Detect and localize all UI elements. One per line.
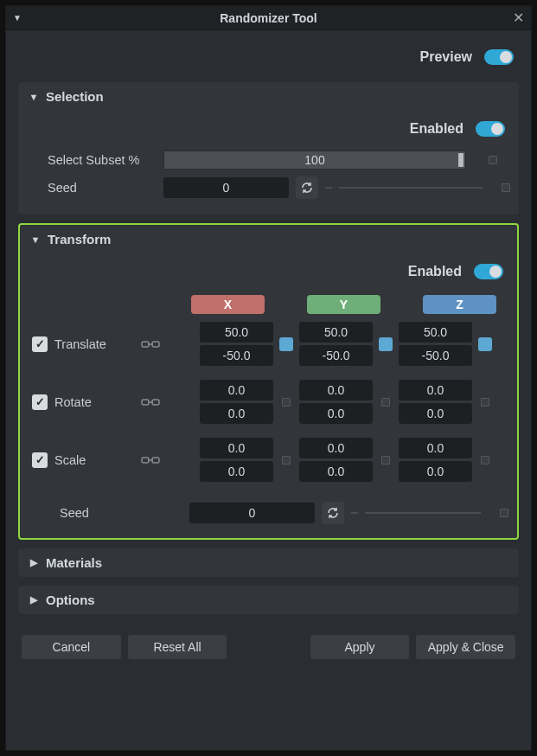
scale-x-on[interactable] (282, 456, 291, 464)
selection-enabled-label: Enabled (410, 121, 463, 137)
scale-row: ✓ Scale (29, 437, 508, 483)
apply-button[interactable]: Apply (310, 635, 410, 659)
section-options: ▶ Options (18, 586, 519, 614)
translate-y-on[interactable] (379, 337, 393, 351)
reset-all-button[interactable]: Reset All (128, 635, 227, 659)
selection-seed-slider[interactable] (339, 187, 483, 189)
selection-seed-row: Seed (27, 173, 510, 202)
rotate-y-lo[interactable] (299, 403, 373, 424)
rotate-checkbox[interactable]: ✓ (32, 394, 48, 410)
cancel-button[interactable]: Cancel (22, 635, 121, 659)
axis-y-chip: Y (307, 295, 380, 314)
translate-z-on[interactable] (478, 337, 492, 351)
rotate-link-icon[interactable] (137, 397, 163, 407)
section-selection-header[interactable]: ▼ Selection (18, 82, 519, 111)
selection-seed-input[interactable] (163, 177, 289, 198)
subset-slider[interactable]: 100 (163, 151, 466, 170)
translate-checkbox[interactable]: ✓ (32, 336, 48, 352)
svg-rect-0 (142, 342, 149, 347)
axis-header-row: X Y Z (191, 295, 508, 314)
rotate-y-hi[interactable] (299, 380, 373, 400)
subset-row: Select Subset % 100 (27, 147, 510, 173)
section-transform-title: Transform (48, 232, 111, 247)
reroll-icon[interactable] (296, 176, 318, 199)
svg-rect-7 (152, 458, 159, 463)
rotate-y-on[interactable] (381, 398, 390, 407)
chevron-down-icon: ▼ (30, 234, 41, 245)
section-options-header[interactable]: ▶ Options (18, 586, 519, 614)
preview-label: Preview (420, 49, 472, 65)
transform-enabled-row: Enabled (29, 259, 508, 290)
axis-x-chip: X (191, 295, 265, 314)
scale-y-lo[interactable] (299, 461, 373, 482)
selection-seed-animate-checkbox[interactable] (502, 183, 510, 192)
chevron-right-icon: ▶ (29, 557, 39, 568)
svg-rect-6 (142, 458, 149, 463)
rotate-x-lo[interactable] (200, 403, 273, 424)
translate-label: Translate (54, 337, 106, 351)
apply-close-button[interactable]: Apply & Close (416, 635, 515, 659)
subset-value: 100 (164, 151, 465, 169)
transform-seed-input[interactable] (189, 503, 315, 523)
scale-x-hi[interactable] (200, 438, 273, 458)
transform-reroll-icon[interactable] (322, 502, 344, 524)
selection-enabled-toggle[interactable] (476, 121, 505, 137)
scale-x-lo[interactable] (200, 461, 273, 482)
transform-enabled-toggle[interactable] (474, 264, 503, 279)
transform-seed-row: Seed (29, 495, 508, 526)
chevron-right-icon: ▶ (29, 594, 39, 605)
translate-y-hi[interactable] (299, 322, 373, 343)
translate-link-icon[interactable] (137, 339, 163, 349)
section-selection: ▼ Selection Enabled Select Subset % 100 (18, 82, 519, 215)
section-transform-header[interactable]: ▼ Transform (20, 225, 517, 253)
translate-x-hi[interactable] (200, 322, 273, 343)
close-icon[interactable]: ✕ (513, 10, 524, 26)
translate-x-lo[interactable] (200, 345, 273, 366)
scale-z-hi[interactable] (399, 438, 472, 458)
section-materials-header[interactable]: ▶ Materials (18, 548, 519, 577)
svg-rect-1 (152, 342, 159, 347)
rotate-z-hi[interactable] (399, 380, 472, 400)
subset-label: Select Subset % (27, 153, 157, 167)
rotate-row: ✓ Rotate (29, 379, 508, 425)
subset-animate-checkbox[interactable] (489, 156, 497, 164)
svg-rect-4 (152, 400, 159, 405)
window-body: Preview ▼ Selection Enabled Select Subse… (6, 30, 531, 750)
selection-enabled-row: Enabled (27, 116, 510, 147)
rotate-z-on[interactable] (481, 398, 489, 407)
axis-z-chip: Z (423, 295, 496, 314)
translate-z-hi[interactable] (399, 322, 472, 343)
scale-checkbox[interactable]: ✓ (32, 452, 48, 468)
rotate-x-hi[interactable] (200, 380, 273, 400)
rotate-z-lo[interactable] (399, 403, 472, 424)
translate-y-lo[interactable] (299, 345, 373, 366)
scale-z-on[interactable] (481, 456, 489, 464)
translate-x-on[interactable] (279, 337, 293, 351)
selection-seed-label: Seed (27, 181, 157, 195)
scale-label: Scale (54, 453, 86, 467)
section-options-title: Options (46, 593, 95, 607)
window-title: Randomizer Tool (6, 11, 531, 25)
scale-y-hi[interactable] (299, 438, 373, 458)
preview-toggle[interactable] (484, 49, 514, 65)
chevron-down-icon: ▼ (29, 92, 39, 102)
svg-rect-3 (142, 400, 149, 405)
transform-seed-animate-checkbox[interactable] (500, 509, 508, 517)
transform-enabled-label: Enabled (408, 264, 462, 279)
translate-z-lo[interactable] (399, 345, 472, 366)
section-materials: ▶ Materials (18, 548, 519, 577)
translate-row: ✓ Translate (29, 321, 508, 367)
randomizer-window: ▼ Randomizer Tool ✕ Preview ▼ Selection … (5, 5, 532, 751)
footer: Cancel Reset All Apply Apply & Close (18, 623, 519, 663)
scale-z-lo[interactable] (399, 461, 472, 482)
section-transform: ▼ Transform Enabled X Y Z (18, 223, 519, 540)
scale-link-icon[interactable] (137, 455, 163, 465)
rotate-x-on[interactable] (282, 398, 291, 407)
transform-seed-label: Seed (29, 506, 182, 520)
scale-y-on[interactable] (381, 456, 390, 464)
titlebar: ▼ Randomizer Tool ✕ (6, 6, 531, 30)
preview-row: Preview (18, 46, 519, 74)
section-selection-title: Selection (46, 89, 104, 104)
window-menu-icon[interactable]: ▼ (13, 13, 22, 22)
transform-seed-slider[interactable] (365, 512, 481, 514)
